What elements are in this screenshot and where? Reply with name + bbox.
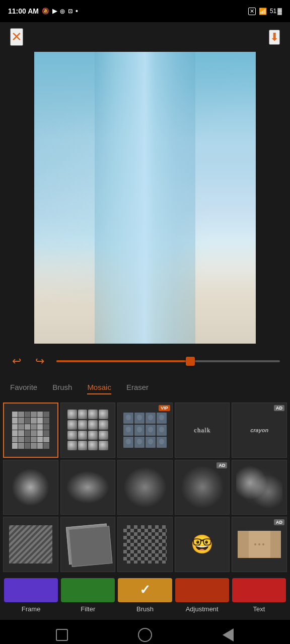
brush-item-bump[interactable] <box>60 403 116 458</box>
stripes-preview <box>9 525 52 563</box>
battery-icon: 51 ▓ <box>270 8 282 15</box>
nav-back-button[interactable] <box>219 626 237 644</box>
tab-favorite[interactable]: Favorite <box>10 381 37 394</box>
tool-text-color <box>232 578 286 602</box>
tool-brush-color: ✓ <box>118 578 172 602</box>
slider-fill <box>56 360 190 362</box>
checker-preview <box>123 525 167 563</box>
tool-adjustment-label: Adjustment <box>186 605 219 613</box>
tool-filter-label: Filter <box>81 605 95 613</box>
status-bar: 11:00 AM 🔕 ▶ ◎ ⊡ • ✕ 📶 51 ▓ <box>0 0 290 22</box>
brush-size-slider[interactable] <box>56 360 280 362</box>
undo-button[interactable]: ↩ <box>10 353 23 370</box>
brush-item-pixel[interactable] <box>3 403 58 458</box>
main-image <box>34 52 256 344</box>
brush-item-smoke4[interactable]: AD <box>175 460 230 515</box>
ad-badge-smoke4: AD <box>216 462 227 468</box>
brush-item-smoke5[interactable] <box>232 460 287 515</box>
top-toolbar: ✕ ⬇ <box>0 22 290 52</box>
tool-brush[interactable]: ✓ Brush <box>117 576 173 614</box>
smoke2-preview <box>66 471 109 504</box>
cast-icon: ⊡ <box>68 8 72 15</box>
brush-item-chalk[interactable]: chalk <box>175 403 230 458</box>
dot-separator: • <box>76 7 78 15</box>
stripes-inner <box>9 525 52 563</box>
brush-item-stripes[interactable] <box>3 517 58 572</box>
smoke4-preview <box>181 465 224 509</box>
media-icon: ▶ <box>52 8 57 15</box>
bandage-preview <box>238 531 281 558</box>
brush-item-crayon[interactable]: AD crayon <box>232 403 287 458</box>
tool-frame-label: Frame <box>22 605 41 613</box>
tool-text[interactable]: Text <box>231 576 287 614</box>
image-dark-corner <box>226 52 256 142</box>
status-icons: ✕ 📶 51 ▓ <box>248 8 282 15</box>
tab-mosaic[interactable]: Mosaic <box>87 381 111 394</box>
vip-badge: VIP <box>159 405 170 411</box>
nav-home-button[interactable] <box>136 626 154 644</box>
smoke5-preview <box>236 464 282 510</box>
bottom-tools: Frame Filter ✓ Brush Adjustment Text <box>0 574 290 616</box>
brush-grid: VIP chalk AD crayon AD <box>0 403 290 572</box>
chalk-preview: chalk <box>175 403 230 457</box>
bump-mosaic-preview <box>67 410 108 450</box>
crayon-preview: crayon <box>232 403 286 457</box>
brush-item-paper[interactable] <box>60 517 116 572</box>
brush-item-smoke2[interactable] <box>60 460 116 515</box>
brush-item-smoke1[interactable] <box>3 460 58 515</box>
lego-mosaic-preview <box>123 413 167 448</box>
nav-recents-icon <box>56 629 68 641</box>
controls-row: ↩ ↪ <box>0 344 290 379</box>
nav-recents-button[interactable] <box>53 626 71 644</box>
smoke1-preview <box>12 468 49 506</box>
mute-icon: 🔕 <box>42 8 49 15</box>
tool-filter[interactable]: Filter <box>60 576 116 614</box>
image-bg-bottom <box>34 243 256 344</box>
tool-adjustment-color <box>175 578 229 602</box>
wifi-icon: 📶 <box>259 8 267 15</box>
xmark-icon: ✕ <box>248 8 256 15</box>
nav-home-icon <box>138 628 152 642</box>
tab-brush[interactable]: Brush <box>52 381 72 394</box>
status-time: 11:00 AM 🔕 ▶ ◎ ⊡ • <box>8 7 78 15</box>
redo-button[interactable]: ↪ <box>33 353 46 370</box>
image-container <box>0 52 290 344</box>
brush-item-bandage[interactable]: AD <box>232 517 287 572</box>
tool-adjustment[interactable]: Adjustment <box>174 576 230 614</box>
tab-eraser[interactable]: Eraser <box>126 381 149 394</box>
download-button[interactable]: ⬇ <box>269 30 280 45</box>
smoke3-preview <box>123 467 167 508</box>
tool-filter-color <box>61 578 115 602</box>
location-icon: ◎ <box>60 8 65 15</box>
tool-brush-label: Brush <box>136 605 154 613</box>
nav-bar <box>0 620 290 644</box>
paper-preview <box>66 524 110 565</box>
ad-badge-crayon: AD <box>274 405 284 411</box>
brush-item-cartoon[interactable]: 🤓 <box>175 517 230 572</box>
slider-thumb[interactable] <box>186 357 195 366</box>
tabs-row: Favorite Brush Mosaic Eraser <box>0 379 290 403</box>
brush-item-lego[interactable]: VIP <box>117 403 173 458</box>
tool-text-label: Text <box>253 605 265 613</box>
brush-item-checker[interactable] <box>117 517 173 572</box>
pixel-mosaic-preview <box>12 412 49 449</box>
tool-frame-color <box>4 578 58 602</box>
brush-item-smoke3[interactable] <box>117 460 173 515</box>
tool-frame[interactable]: Frame <box>3 576 59 614</box>
close-button[interactable]: ✕ <box>10 28 23 46</box>
cartoon-preview: 🤓 <box>179 521 225 567</box>
nav-back-icon <box>223 628 234 641</box>
ad-badge-bandage: AD <box>274 519 284 525</box>
